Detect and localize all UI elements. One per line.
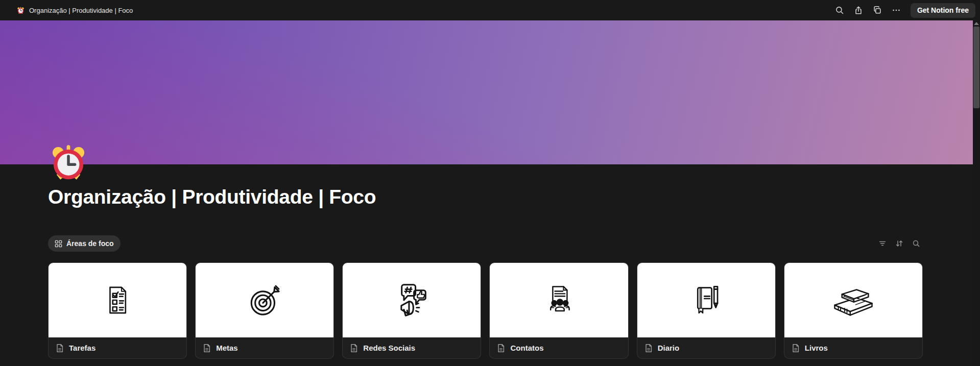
journal-with-pencil-illustration [687,280,726,321]
page-title: Organização | Produtividade | Foco [48,186,376,208]
view-toolbar-actions [876,237,923,250]
card-footer: Metas [196,337,333,358]
target-with-arrow-illustration [245,280,284,320]
page-cover-image[interactable] [0,20,973,164]
card-footer: Redes Sociais [343,337,481,358]
page-document-icon [202,344,211,353]
gallery-card-contatos[interactable]: Contatos [489,262,628,359]
card-visual [637,263,775,337]
page-document-icon [496,344,506,353]
card-footer: Diario [637,337,775,358]
topbar-page-title: Organização | Produtividade | Foco [29,7,133,14]
gallery-card-diario[interactable]: Diario [637,262,776,359]
card-visual [784,263,922,337]
share-icon[interactable] [851,3,866,17]
gallery-card-redes-sociais[interactable]: Redes Sociais [342,262,481,359]
page-document-icon [791,344,800,353]
card-label: Metas [216,344,238,352]
megaphone-social-bubbles-illustration [390,279,433,322]
sort-icon[interactable] [893,237,906,250]
filter-icon[interactable] [876,237,889,250]
gallery-card-tarefas[interactable]: Tarefas [48,262,187,359]
card-visual [196,263,333,337]
gallery-view: Tarefas Metas [48,262,923,359]
card-visual [49,263,186,337]
checklist-document-illustration [101,279,134,322]
document-with-people-illustration [541,280,577,320]
scrollbar-up-arrow-icon[interactable] [974,22,979,25]
topbar-breadcrumb[interactable]: Organização | Produtividade | Foco [17,7,133,14]
card-footer: Contatos [490,337,628,358]
scrollbar-thumb[interactable] [973,27,979,108]
card-footer: Tarefas [49,337,186,358]
ellipsis-icon[interactable] [889,3,903,17]
database-view-toolbar: Áreas de foco [48,235,923,252]
card-label: Livros [805,344,828,352]
view-tab-areas-de-foco[interactable]: Áreas de foco [48,235,121,252]
vertical-scrollbar[interactable] [973,20,980,366]
page-document-icon [349,344,358,353]
topbar: Organização | Produtividade | Foco Get N… [0,0,980,20]
topbar-actions: Get Notion free [832,3,975,18]
notion-public-page: { "topbar": { "page_icon": "alarm-clock-… [0,0,980,366]
card-label: Redes Sociais [363,344,415,352]
duplicate-icon[interactable] [870,3,885,17]
card-footer: Livros [784,337,922,358]
gallery-card-livros[interactable]: Livros [784,262,923,359]
view-tab-label: Áreas de foco [66,239,114,248]
get-notion-free-button[interactable]: Get Notion free [911,3,975,18]
card-visual [490,263,628,337]
page-document-icon [55,344,64,353]
search-icon[interactable] [910,237,923,250]
search-icon[interactable] [832,3,847,17]
page-document-icon [644,344,653,353]
alarm-clock-emoji-icon [17,7,25,14]
card-visual [343,263,481,337]
card-label: Contatos [510,344,543,352]
gallery-card-metas[interactable]: Metas [195,262,334,359]
card-label: Tarefas [69,344,95,352]
stacked-books-illustration [828,279,878,321]
page-icon-alarm-clock-emoji[interactable] [49,143,88,182]
card-label: Diario [658,344,680,352]
gallery-grid-icon [55,240,62,248]
